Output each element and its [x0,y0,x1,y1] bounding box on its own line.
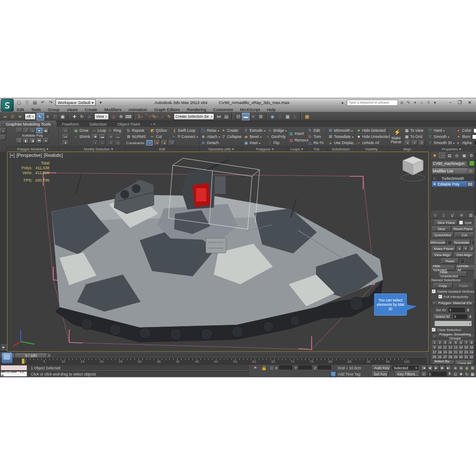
smoothing-group-button[interactable]: 28 [448,355,453,359]
select-and-scale-icon[interactable]: ▱ [86,113,93,120]
viewport-shading-menu[interactable]: [Realistic] [44,153,63,158]
align-z-button[interactable]: Z [419,140,425,145]
menu-item[interactable]: Rendering [183,107,210,112]
smoothing-group-button[interactable]: 3 [443,340,448,345]
menu-item[interactable]: MAXScript [237,107,264,112]
menu-item[interactable]: Create [81,107,101,112]
material-editor-icon[interactable]: ◉ [269,113,276,120]
tab-graphite-modeling-tools[interactable]: Graphite Modeling Tools [0,121,56,127]
window-crossing-icon[interactable]: ▣ [59,113,67,120]
shrink-button[interactable]: ▫Shrink [74,134,90,139]
alpha-field[interactable]: 100.00 [474,140,476,145]
turn-button[interactable]: ↻Turn [308,134,325,139]
motion-tab-icon[interactable]: ◎ [454,152,460,158]
loop-grow-icon[interactable]: ✚ [92,134,98,139]
perspective-viewport[interactable]: [+] [Perspective] [Realistic] Total Poly… [7,152,429,352]
insert-loop-button[interactable]: ▤Insert [289,131,305,136]
set-id-spinner[interactable] [467,309,470,312]
menu-item[interactable]: Edit [13,107,27,112]
workspace-dropdown[interactable]: Workspace: Default ▾ [56,99,96,106]
smoothing-group-button[interactable]: 5 [454,340,458,345]
smoothing-group-button[interactable]: 27 [443,355,448,359]
collapse-button[interactable]: ▽Collapse [221,134,242,139]
panel-caption[interactable]: Subdivision [327,146,355,152]
smoothing-group-button[interactable]: 18 [438,350,443,354]
edit-tris-button[interactable]: ✎Edit [308,128,325,133]
select-id-spinner[interactable] [469,315,472,318]
pin-stack-mini-icon[interactable]: ◻ [16,138,22,143]
utilities-tab-icon[interactable]: ⚙ [469,152,475,158]
align-x-button[interactable]: X [405,140,411,145]
panel-caption[interactable]: Properties▾ [427,146,476,152]
smoothing-group-button[interactable]: 32 [469,355,474,359]
object-name-field[interactable]: CV90_machinegun [431,160,468,166]
edge-mode-icon[interactable]: ╱ [23,128,29,133]
detach-button[interactable]: ⊖Detach [201,140,241,145]
viewport-strip-flyout-icon[interactable]: ▶ [1,344,7,350]
tessellate-button[interactable]: ⊞Tessellate▾ [328,134,353,139]
view-align-button[interactable]: View Align [432,252,453,257]
snaps-toggle-icon[interactable]: 3∩ [137,113,144,120]
flip-button[interactable]: ↕Flip [268,140,279,145]
hide-selected-button[interactable]: ■Hide Selected [357,128,387,133]
percent-snap-icon[interactable]: %∩ [152,113,159,120]
ring-grow-icon[interactable]: ✚ [108,134,114,139]
smoothing-group-button[interactable]: 4 [448,340,453,345]
render-production-icon[interactable]: ♨ [291,113,299,120]
command-panel-scrollbar[interactable] [474,152,476,364]
menu-item[interactable]: Help [264,107,279,112]
track-bar[interactable]: 0510152025303540455055606570758085909510… [0,358,427,364]
select-id-field[interactable]: 3 [453,314,468,320]
smoothing-group-button[interactable]: 1 [432,340,437,345]
qslice-button[interactable]: ◩QSlice [150,128,169,133]
modifier-turbosmooth[interactable]: ○ TurboSmooth [432,175,474,181]
msmooth-settings-button[interactable] [447,240,452,245]
border-mode-icon[interactable]: ◇ [30,128,36,133]
panel-caption[interactable]: Polygon Modeling▾ [7,146,59,152]
zoom-all-icon[interactable]: ⊞ [458,365,464,371]
render-iterative-icon[interactable]: ▩ [303,113,311,120]
keyboard-override-icon[interactable]: ⌨ [125,113,132,120]
smoothing-group-button[interactable]: 31 [464,355,469,359]
panel-caption[interactable]: Polygons▾ [242,146,287,152]
to-view-button[interactable]: ▦To View [405,128,425,133]
material-ids-rollout-header[interactable]: − Polygon: Material IDs [431,300,475,306]
make-planar-button[interactable]: Make Planar [390,136,403,144]
auto-key-button[interactable]: Auto Key [372,365,391,371]
select-by-name-icon[interactable]: ≡ [44,113,52,120]
rendered-frame-window-icon[interactable]: ▦ [284,113,291,120]
previous-frame-button[interactable]: ◀| [427,365,433,371]
to-grid-button[interactable]: ▩To Grid [405,134,425,139]
smooth-30-button[interactable]: ▽Smooth 30▾ [428,140,454,145]
planar-y-button[interactable]: Y [463,246,468,251]
smoothing-group-button[interactable]: 16 [469,345,474,350]
reset-plane-button[interactable]: Reset Plane [452,226,474,231]
mirror-icon[interactable]: ⋈ [215,113,223,120]
save-file-icon[interactable]: ▤ [32,100,38,105]
align-y-button[interactable]: Y [412,140,418,145]
smoothing-group-button[interactable]: 12 [448,345,453,350]
make-planar-button-rollout[interactable]: Make Planar [432,246,456,251]
select-object-icon[interactable]: ↖ [37,113,44,120]
symmetry-tools-icon[interactable]: ⊶ [63,134,69,139]
cut-button[interactable]: ✂Cut [150,134,169,139]
smoothing-group-button[interactable]: 21 [454,350,458,354]
reference-coordinate-dropdown[interactable]: View ˅ [94,113,109,120]
vertex-mode-icon[interactable]: ∵ [16,128,22,133]
tab-freeform[interactable]: Freeform [56,121,84,127]
smoothing-group-button[interactable]: 14 [459,345,464,350]
modifier-list-dropdown[interactable]: Modifier List ˅ [431,167,475,174]
go-to-start-button[interactable]: |◀ [421,365,427,371]
graphite-ribbon-toggle-icon[interactable]: ▬ [242,113,249,120]
menu-item[interactable]: Modifiers [101,107,125,112]
edit-named-selection-sets-icon[interactable]: ✎ [165,113,173,120]
split-checkbox[interactable] [459,220,463,225]
smoothing-group-button[interactable]: 30 [459,355,464,359]
maxscript-mini-listener[interactable]: Welcome to M [0,371,27,377]
hierarchy-tab-icon[interactable]: ▤ [446,152,453,158]
select-and-link-icon[interactable]: ∞ [1,113,9,120]
cv90-model-render[interactable] [7,152,428,351]
spinner-snap-icon[interactable]: ↕ [159,113,165,120]
bridge-button[interactable]: ∩Bridge▾ [268,128,287,133]
smoothing-group-button[interactable]: 19 [443,350,448,354]
